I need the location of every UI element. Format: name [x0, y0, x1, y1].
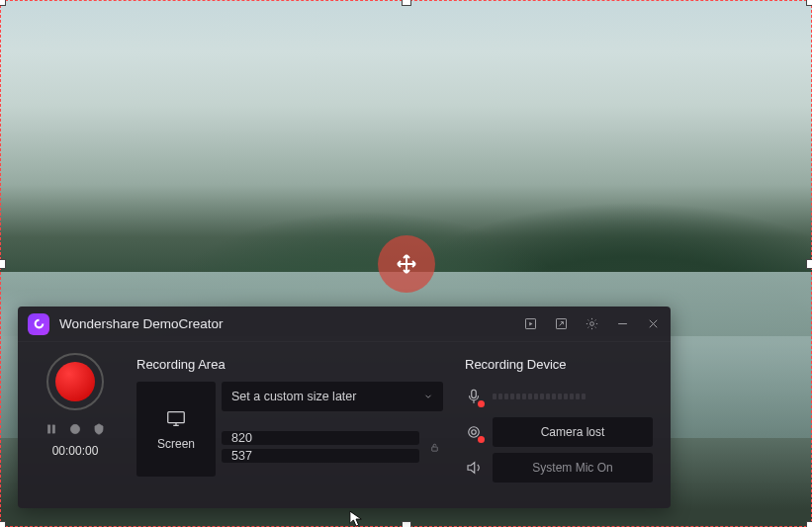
app-logo: [28, 313, 49, 335]
svg-rect-9: [472, 390, 477, 397]
move-region-handle[interactable]: [378, 235, 435, 293]
status-dot-icon: [478, 436, 485, 443]
width-field[interactable]: [222, 431, 419, 445]
camera-select[interactable]: Camera lost: [493, 417, 653, 447]
system-audio-select[interactable]: System Mic On: [493, 453, 653, 483]
height-field[interactable]: [222, 449, 419, 463]
aspect-lock[interactable]: [425, 415, 443, 479]
screen-source-tile[interactable]: Screen: [136, 382, 216, 477]
svg-point-11: [472, 430, 477, 435]
camera-value: Camera lost: [541, 425, 605, 439]
record-button[interactable]: [46, 353, 104, 410]
settings-icon[interactable]: [585, 316, 599, 331]
width-input[interactable]: [231, 431, 409, 445]
minimize-button[interactable]: [615, 316, 630, 331]
mic-icon[interactable]: [465, 388, 483, 405]
svg-point-2: [590, 322, 594, 326]
lock-open-icon: [429, 442, 440, 453]
screen-label: Screen: [157, 437, 195, 451]
svg-point-10: [469, 427, 480, 438]
record-dot-icon: [55, 362, 95, 401]
capture-window-icon[interactable]: [523, 316, 538, 331]
mic-level-meter: [493, 394, 653, 399]
size-mode-select[interactable]: Set a custom size later: [222, 382, 443, 411]
move-icon: [395, 252, 418, 276]
marker-button[interactable]: [92, 422, 106, 436]
monitor-icon: [165, 407, 187, 429]
status-dot-icon: [478, 400, 485, 407]
record-timer: 00:00:00: [52, 444, 99, 458]
close-button[interactable]: [646, 316, 661, 331]
area-title: Recording Area: [136, 357, 443, 372]
system-audio-value: System Mic On: [532, 461, 612, 475]
svg-rect-7: [168, 412, 185, 423]
speaker-icon[interactable]: [465, 459, 483, 477]
svg-point-6: [73, 427, 77, 431]
height-input[interactable]: [231, 449, 409, 463]
chevron-down-icon: [423, 392, 433, 401]
recorder-panel: Wondershare DemoCreator: [18, 307, 671, 508]
restart-button[interactable]: [68, 422, 82, 436]
size-mode-value: Set a custom size later: [231, 390, 356, 403]
svg-rect-4: [52, 425, 54, 433]
pause-button[interactable]: [45, 422, 58, 436]
popout-icon[interactable]: [554, 316, 569, 331]
device-title: Recording Device: [465, 357, 653, 372]
svg-rect-3: [48, 425, 50, 433]
app-title: Wondershare DemoCreator: [59, 316, 523, 331]
titlebar[interactable]: Wondershare DemoCreator: [18, 307, 671, 342]
svg-rect-8: [431, 447, 437, 451]
camera-icon[interactable]: [465, 423, 483, 441]
